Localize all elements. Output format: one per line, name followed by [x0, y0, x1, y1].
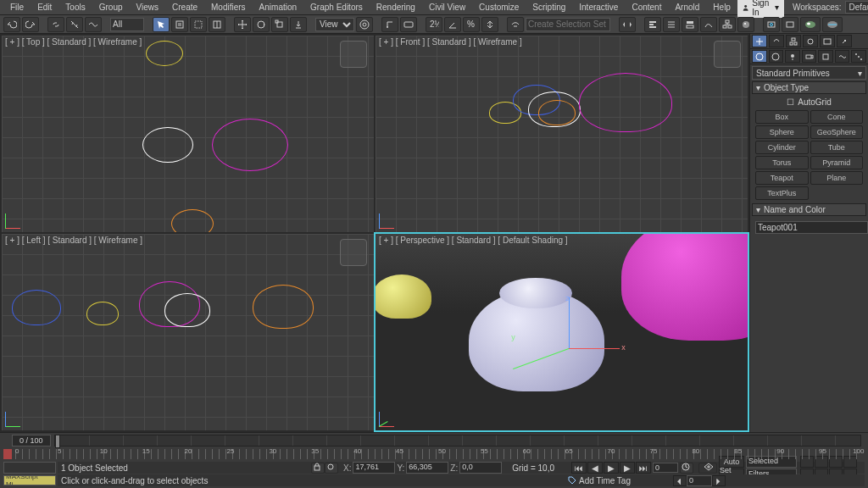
primitive-teapot-button[interactable]: Teapot: [755, 171, 809, 185]
viewport-front[interactable]: [ + ] [ Front ] [ Standard ] [ Wireframe…: [376, 36, 748, 232]
prev-frame-button[interactable]: ◀: [587, 462, 603, 474]
menu-customize[interactable]: Customize: [472, 0, 526, 15]
placement-button[interactable]: [290, 17, 307, 32]
select-object-button[interactable]: [153, 17, 170, 32]
sign-in-button[interactable]: Sign In▾: [737, 0, 784, 18]
redo-button[interactable]: [22, 17, 39, 32]
menu-civil-view[interactable]: Civil View: [422, 0, 472, 15]
autogrid-checkbox[interactable]: ☐AutoGrid: [755, 97, 863, 107]
key-frame-field[interactable]: 0: [687, 475, 712, 486]
spinner-snap-button[interactable]: [481, 17, 498, 32]
menu-file[interactable]: File: [3, 0, 31, 15]
named-selection-set[interactable]: [526, 18, 610, 31]
primitive-tube-button[interactable]: Tube: [810, 141, 864, 154]
selection-filter[interactable]: [110, 18, 144, 31]
viewcube-icon[interactable]: [340, 41, 367, 68]
viewcube-icon[interactable]: [714, 41, 741, 68]
select-name-button[interactable]: [171, 17, 188, 32]
workspace-selector[interactable]: Workspaces: Default: [793, 1, 868, 14]
render-button[interactable]: [800, 17, 821, 32]
use-center-button[interactable]: [356, 17, 373, 32]
time-slider[interactable]: [54, 435, 861, 446]
viewcube-icon[interactable]: [340, 239, 367, 266]
schematic-button[interactable]: [719, 17, 736, 32]
align-button[interactable]: [644, 17, 661, 32]
tab-motion[interactable]: [803, 35, 818, 47]
window-crossing-button[interactable]: [209, 17, 225, 32]
rollout-object-type[interactable]: ▾Object Type: [752, 81, 866, 94]
menu-tools[interactable]: Tools: [58, 0, 92, 15]
subtab-spacewarps[interactable]: [835, 50, 850, 63]
z-field[interactable]: 0,0: [459, 462, 502, 474]
menu-arnold[interactable]: Arnold: [668, 0, 706, 15]
rotate-button[interactable]: [253, 17, 270, 32]
keyboard-shortcut-button[interactable]: [400, 17, 417, 32]
lock-selection-button[interactable]: [311, 463, 325, 474]
scale-button[interactable]: [271, 17, 288, 32]
render-frame-button[interactable]: [782, 17, 798, 32]
subtab-cameras[interactable]: [802, 50, 817, 63]
add-time-tag[interactable]: Add Time Tag: [568, 476, 631, 485]
menu-views[interactable]: Views: [130, 0, 166, 15]
primitive-textplus-button[interactable]: TextPlus: [755, 186, 809, 200]
primitive-geosphere-button[interactable]: GeoSphere: [810, 125, 864, 139]
time-ruler-track[interactable]: 0 5 10 15 20 25 30 35 40 45 50 55 60 65 …: [15, 449, 861, 459]
primitive-torus-button[interactable]: Torus: [755, 156, 809, 169]
primitive-cylinder-button[interactable]: Cylinder: [755, 141, 809, 154]
menu-group[interactable]: Group: [92, 0, 130, 15]
move-button[interactable]: [234, 17, 251, 32]
prev-key-button[interactable]: ⏴: [673, 475, 687, 486]
play-button[interactable]: ▶: [604, 462, 619, 474]
subtab-helpers[interactable]: [818, 50, 833, 63]
ref-coord-system[interactable]: View: [315, 18, 354, 31]
menu-edit[interactable]: Edit: [31, 0, 58, 15]
menu-scripting[interactable]: Scripting: [526, 0, 572, 15]
tab-create[interactable]: [752, 35, 767, 47]
primitive-cone-button[interactable]: Cone: [810, 110, 864, 124]
tab-hierarchy[interactable]: [786, 35, 801, 47]
rollout-name-color[interactable]: ▾Name and Color: [752, 203, 866, 216]
unlink-button[interactable]: [66, 17, 83, 32]
primitive-box-button[interactable]: Box: [755, 110, 809, 124]
viewport-top[interactable]: [ + ] [ Top ] [ Standard ] [ Wireframe ]: [2, 36, 374, 232]
mirror-button[interactable]: [619, 17, 636, 32]
category-dropdown[interactable]: Standard Primitives▾: [752, 66, 866, 80]
select-rect-button[interactable]: [190, 17, 207, 32]
layer-explorer-button[interactable]: [663, 17, 680, 32]
primitive-plane-button[interactable]: Plane: [810, 171, 864, 185]
edit-named-sel-button[interactable]: [507, 17, 524, 32]
angle-snap-button[interactable]: [444, 17, 461, 32]
subtab-shapes[interactable]: [769, 50, 784, 63]
menu-interactive[interactable]: Interactive: [572, 0, 625, 15]
subtab-geometry[interactable]: [752, 50, 767, 63]
menu-help[interactable]: Help: [706, 0, 737, 15]
subtab-systems[interactable]: [851, 50, 866, 63]
undo-button[interactable]: [3, 17, 20, 32]
tab-modify[interactable]: [769, 35, 784, 47]
goto-end-button[interactable]: ⏭: [636, 462, 651, 474]
link-button[interactable]: [47, 17, 64, 32]
object-name-field[interactable]: [755, 221, 868, 234]
render-cloud-button[interactable]: [822, 17, 843, 32]
menu-graph-editors[interactable]: Graph Editors: [303, 0, 370, 15]
time-config-button[interactable]: [680, 463, 693, 474]
menu-modifiers[interactable]: Modifiers: [204, 0, 253, 15]
goto-start-button[interactable]: ⏮: [571, 462, 587, 474]
bind-spacewarp-button[interactable]: [85, 17, 102, 32]
menu-rendering[interactable]: Rendering: [370, 0, 422, 15]
isolate-button[interactable]: [325, 463, 338, 474]
current-frame-field[interactable]: 0: [653, 463, 678, 473]
viewport-perspective[interactable]: [ + ] [ Perspective ] [ Standard ] [ Def…: [376, 234, 748, 430]
curve-editor-button[interactable]: [700, 17, 717, 32]
x-field[interactable]: 17,761: [353, 462, 395, 474]
menu-content[interactable]: Content: [625, 0, 668, 15]
menu-animation[interactable]: Animation: [253, 0, 303, 15]
snap-toggle-button[interactable]: 2½: [426, 17, 442, 32]
viewport-left[interactable]: [ + ] [ Left ] [ Standard ] [ Wireframe …: [2, 234, 374, 430]
maxscript-mini-listener[interactable]: MAXScript Mi…: [3, 475, 56, 485]
subtab-lights[interactable]: [785, 50, 800, 63]
material-editor-button[interactable]: [737, 17, 754, 32]
maxscript-listener-toggle[interactable]: [3, 462, 56, 474]
render-setup-button[interactable]: [763, 17, 780, 32]
menu-create[interactable]: Create: [165, 0, 204, 15]
